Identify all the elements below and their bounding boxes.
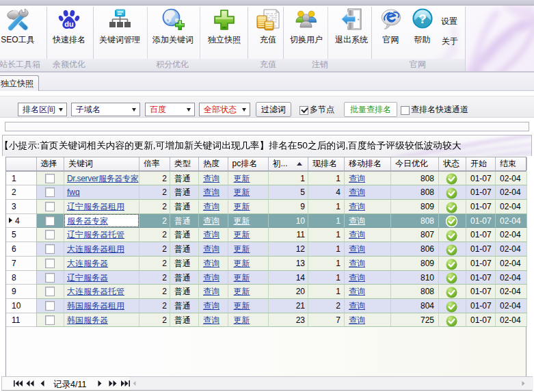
svg-text:du: du <box>64 20 73 28</box>
svg-text:?: ? <box>418 12 427 26</box>
